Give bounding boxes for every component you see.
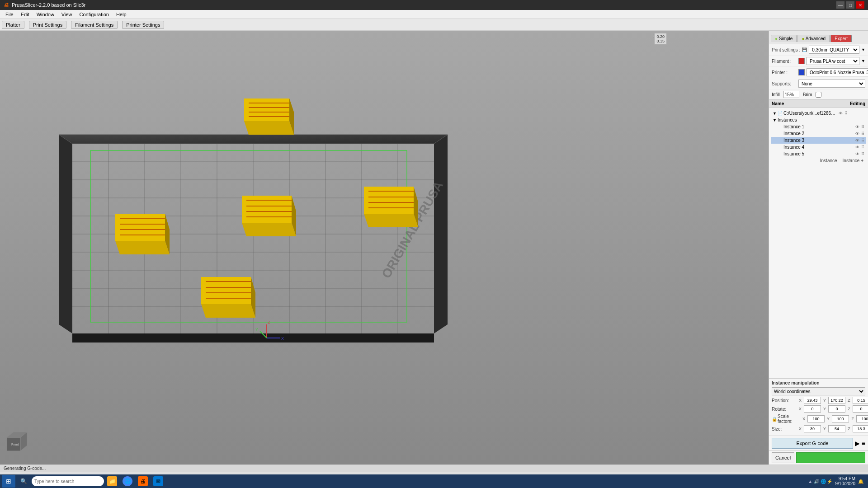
y-scale-input[interactable] [832,415,849,422]
tree-header-name: Name [772,101,784,106]
toolbar-print-settings[interactable]: Print Settings [29,21,66,29]
tab-simple[interactable]: ● Simple [771,35,797,42]
view-cube[interactable]: Front [5,428,32,455]
coord-system-select[interactable]: World coordinates [772,387,865,395]
taskbar-mail[interactable]: ✉ [151,475,165,488]
titlebar-controls[interactable]: — □ ✕ [836,1,864,9]
tree-instance-1[interactable]: Instance 1 👁 ⠿ [771,123,866,130]
print-settings-select[interactable]: 0.30mm QUALITY [809,46,859,54]
menu-window[interactable]: Window [33,11,58,18]
taskbar-search-input[interactable] [32,476,104,486]
tree-instance-2-eye[interactable]: 👁 [855,131,859,136]
titlebar: 🖨 PrusaSlicer-2.2.0 based on Slic3r — □ … [0,0,868,10]
export-extra-icon[interactable]: ≡ [862,440,865,447]
supports-select[interactable]: None [798,80,865,88]
tab-advanced[interactable]: ● Advanced [797,35,830,42]
print-settings-save-icon[interactable]: 💾 [802,47,807,52]
tree-instance-2-label: Instance 2 [783,131,854,136]
tree-instance-4-label: Instance 4 [783,145,854,150]
tree-root-file[interactable]: ▼ 📄 C:/Users/youri/...ef12665ea3a.stl 👁 … [771,110,866,117]
tree-instance-2-grid[interactable]: ⠿ [861,131,864,136]
tree-instance-5-grid[interactable]: ⠿ [861,152,864,156]
tree-instance-4[interactable]: Instance 4 👁 ⠿ [771,144,866,150]
tree-instance-5-eye[interactable]: 👁 [855,152,859,156]
filament-select[interactable]: Prusa PLA w cost [807,57,859,65]
cancel-button[interactable]: Cancel [772,452,794,463]
taskbar-file-explorer[interactable]: 📁 [105,475,119,488]
menu-configuration[interactable]: Configuration [75,11,112,18]
tree-instance-4-grid[interactable]: ⠿ [861,145,864,150]
printer-row: Printer : OctoPrint 0.6 Nozzle Prusa i3 … [769,67,868,78]
tree-header-editing: Editing [850,101,865,106]
y-position-input[interactable] [828,397,845,404]
svg-marker-43 [242,223,296,236]
menu-view[interactable]: View [58,11,76,18]
tree-instance-1-eye[interactable]: 👁 [855,125,859,129]
titlebar-left: 🖨 PrusaSlicer-2.2.0 based on Slic3r [4,2,85,8]
tree-instance-3-grid[interactable]: ⠿ [861,138,864,143]
scale-row: 🔒 Scale factors: X Y Z % [772,414,865,424]
menu-help[interactable]: Help [113,11,130,18]
taskbar-search[interactable]: 🔍 [16,475,31,488]
brim-checkbox[interactable] [816,92,821,98]
printer-select[interactable]: OctoPrint 0.6 Nozzle Prusa i3 MK3 [807,68,868,76]
tree-root-eye[interactable]: 👁 [839,111,843,116]
taskbar-notification[interactable]: 🔔 [858,479,863,484]
taskbar-time[interactable]: 9:54 PM 9/10/2020 [835,476,856,486]
toolbar-filament-settings[interactable]: Filament Settings [71,21,118,29]
x-size-input[interactable] [804,425,821,432]
print-settings-arrow[interactable]: ▼ [861,47,865,52]
export-icon[interactable]: ▶ [855,440,860,447]
tree-instance-5[interactable]: Instance 5 👁 ⠿ [771,150,866,157]
x-position-input[interactable] [804,397,821,404]
minimize-button[interactable]: — [836,1,844,9]
taskbar-start-button[interactable]: ⊞ [2,475,15,488]
z-rotate-input[interactable] [853,405,868,413]
svg-marker-1 [59,135,72,333]
z-scale-input[interactable] [856,415,868,422]
z-size-input[interactable] [853,425,868,432]
brim-label: Brim [803,92,812,97]
tree-instance-4-eye[interactable]: 👁 [855,145,859,150]
svg-text:Z: Z [268,320,270,324]
svg-marker-25 [244,99,289,121]
x-rotate-input[interactable] [804,405,821,413]
tree-instance-1-grid[interactable]: ⠿ [861,125,864,129]
tab-expert[interactable]: Expert [830,35,852,42]
infill-input[interactable] [783,91,799,98]
search-icon: 🔍 [20,478,27,484]
tree-root-label: C:/Users/youri/...ef12665ea3a.stl [783,111,838,116]
position-label: Position: [772,398,797,403]
app-icon: 🖨 [4,2,9,8]
tree-instances-group[interactable]: ▼ Instances [771,117,866,123]
y-rotate-input[interactable] [828,405,845,413]
menu-file[interactable]: File [2,11,17,18]
y-pos-label: Y [822,398,827,403]
rotate-row: Rotate: X Y Z ° [772,405,865,413]
x-scale-input[interactable] [807,415,825,422]
tree-instance-3[interactable]: Instance 3 👁 ⠿ [771,137,866,144]
tree-file-icon: 📄 [778,111,783,116]
toolbar-platter[interactable]: Platter [2,21,24,29]
toolbar-printer-settings[interactable]: Printer Settings [122,21,164,29]
taskbar-chrome[interactable]: 🌐 [120,475,135,488]
infill-row: Infill Brim [769,89,868,99]
filament-arrow[interactable]: ▼ [861,59,865,63]
viewport[interactable]: 18:20 (81) [0,31,769,465]
z-position-input[interactable] [853,397,868,404]
export-gcode-button[interactable]: Export G-code [772,438,853,449]
svg-marker-51 [364,214,418,227]
close-button[interactable]: ✕ [856,1,864,9]
printer-color [798,69,805,75]
bed-svg: ORIGINAL PRUSA [45,53,452,361]
taskbar-prusaslicer[interactable]: 🖨 [136,475,150,488]
y-size-input[interactable] [828,425,845,432]
tree-instance-3-eye[interactable]: 👁 [855,138,859,143]
tree-root-grid[interactable]: ⠿ [844,111,848,116]
menu-edit[interactable]: Edit [17,11,33,18]
tree-instance-2[interactable]: Instance 2 👁 ⠿ [771,130,866,137]
slice-button[interactable] [796,452,865,463]
maximize-button[interactable]: □ [846,1,854,9]
titlebar-title: PrusaSlicer-2.2.0 based on Slic3r [12,2,85,8]
printer-label: Printer : [772,70,797,75]
